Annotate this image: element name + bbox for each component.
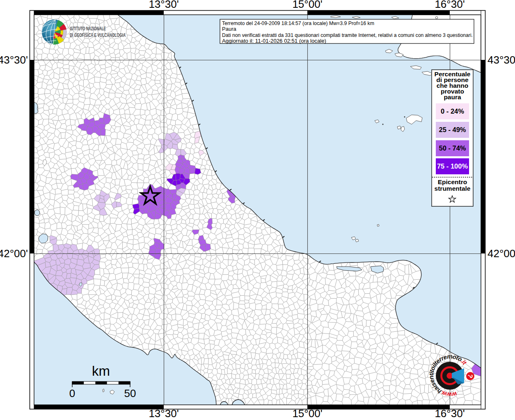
svg-text:50: 50 [124, 387, 136, 399]
svg-text:Epicentro: Epicentro [438, 178, 467, 185]
svg-text:paura: paura [444, 94, 461, 100]
svg-text:ISTITUTO NAZIONALE: ISTITUTO NAZIONALE [70, 25, 106, 32]
svg-text:15°00': 15°00' [292, 407, 322, 420]
svg-text:DI GEOFISICA E VULCANOLOGIA: DI GEOFISICA E VULCANOLOGIA [70, 32, 126, 38]
svg-text:km: km [92, 363, 110, 379]
svg-text:13°30': 13°30' [149, 0, 179, 10]
svg-text:42°00': 42°00' [488, 247, 515, 260]
svg-text:Dati non verificati estratti d: Dati non verificati estratti da 331 ques… [222, 32, 473, 38]
svg-text:43°30': 43°30' [0, 54, 28, 66]
svg-text:42°00': 42°00' [0, 247, 28, 260]
svg-text:16°30': 16°30' [435, 0, 465, 10]
svg-text:25 - 49%: 25 - 49% [439, 126, 466, 133]
svg-text:strumentale: strumentale [435, 185, 471, 192]
svg-text:15°00': 15°00' [292, 0, 322, 10]
svg-text:Aggiornato il: 11-01-2026 02:5: Aggiornato il: 11-01-2026 02:51 (ora loc… [222, 38, 326, 44]
svg-text:16°30': 16°30' [435, 407, 465, 420]
svg-text:0: 0 [69, 387, 75, 399]
svg-text:0 - 24%: 0 - 24% [441, 107, 464, 115]
svg-text:Paura: Paura [222, 26, 236, 32]
svg-text:Terremoto del 24-09-2009 18:14: Terremoto del 24-09-2009 18:14:57 (ora l… [222, 20, 374, 26]
svg-text:13°30': 13°30' [149, 407, 179, 420]
svg-text:50 - 74%: 50 - 74% [439, 144, 466, 152]
svg-text:75 - 100%: 75 - 100% [437, 162, 468, 170]
svg-text:43°30': 43°30' [488, 54, 515, 66]
